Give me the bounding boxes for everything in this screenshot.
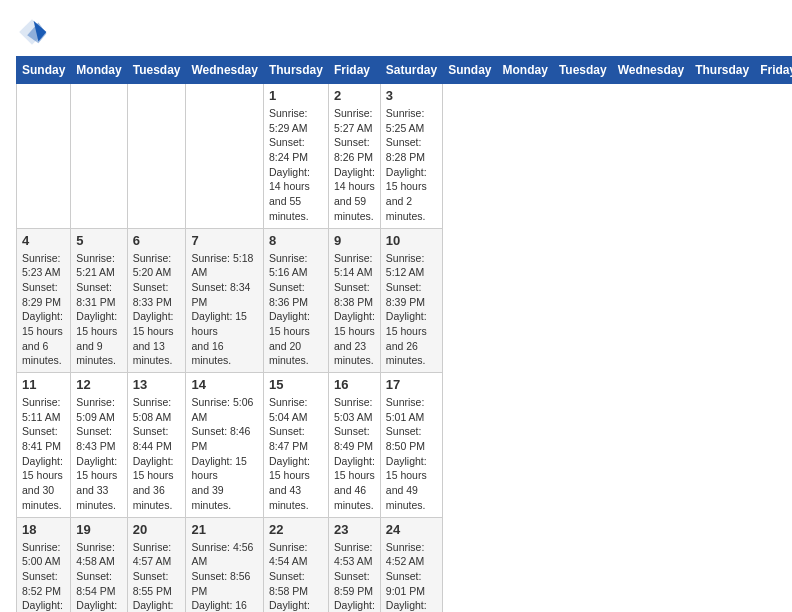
calendar-cell: 7Sunrise: 5:18 AM Sunset: 8:34 PM Daylig… <box>186 228 263 373</box>
day-info: Sunrise: 5:00 AM Sunset: 8:52 PM Dayligh… <box>22 540 65 613</box>
day-number: 8 <box>269 233 323 248</box>
day-number: 2 <box>334 88 375 103</box>
day-info: Sunrise: 4:58 AM Sunset: 8:54 PM Dayligh… <box>76 540 121 613</box>
calendar-cell: 10Sunrise: 5:12 AM Sunset: 8:39 PM Dayli… <box>380 228 442 373</box>
calendar-cell: 19Sunrise: 4:58 AM Sunset: 8:54 PM Dayli… <box>71 517 127 612</box>
day-number: 9 <box>334 233 375 248</box>
col-header-saturday: Saturday <box>380 57 442 84</box>
calendar-header-row: SundayMondayTuesdayWednesdayThursdayFrid… <box>17 57 793 84</box>
calendar-cell: 6Sunrise: 5:20 AM Sunset: 8:33 PM Daylig… <box>127 228 186 373</box>
logo <box>16 16 52 48</box>
day-info: Sunrise: 4:52 AM Sunset: 9:01 PM Dayligh… <box>386 540 437 613</box>
day-number: 19 <box>76 522 121 537</box>
logo-icon <box>16 16 48 48</box>
col-header-friday: Friday <box>755 57 792 84</box>
day-number: 5 <box>76 233 121 248</box>
day-number: 24 <box>386 522 437 537</box>
day-info: Sunrise: 5:06 AM Sunset: 8:46 PM Dayligh… <box>191 395 257 513</box>
day-number: 17 <box>386 377 437 392</box>
calendar-cell: 21Sunrise: 4:56 AM Sunset: 8:56 PM Dayli… <box>186 517 263 612</box>
col-header-monday: Monday <box>497 57 553 84</box>
calendar-cell: 5Sunrise: 5:21 AM Sunset: 8:31 PM Daylig… <box>71 228 127 373</box>
calendar-cell: 17Sunrise: 5:01 AM Sunset: 8:50 PM Dayli… <box>380 373 442 518</box>
day-info: Sunrise: 5:11 AM Sunset: 8:41 PM Dayligh… <box>22 395 65 513</box>
calendar-cell: 22Sunrise: 4:54 AM Sunset: 8:58 PM Dayli… <box>263 517 328 612</box>
day-number: 20 <box>133 522 181 537</box>
day-info: Sunrise: 5:20 AM Sunset: 8:33 PM Dayligh… <box>133 251 181 369</box>
calendar-cell: 1Sunrise: 5:29 AM Sunset: 8:24 PM Daylig… <box>263 84 328 229</box>
calendar-cell <box>17 84 71 229</box>
day-number: 15 <box>269 377 323 392</box>
day-number: 12 <box>76 377 121 392</box>
day-number: 18 <box>22 522 65 537</box>
day-number: 4 <box>22 233 65 248</box>
calendar-cell: 16Sunrise: 5:03 AM Sunset: 8:49 PM Dayli… <box>328 373 380 518</box>
day-info: Sunrise: 5:08 AM Sunset: 8:44 PM Dayligh… <box>133 395 181 513</box>
calendar-table: SundayMondayTuesdayWednesdayThursdayFrid… <box>16 56 792 612</box>
col-header-thursday: Thursday <box>263 57 328 84</box>
day-info: Sunrise: 4:57 AM Sunset: 8:55 PM Dayligh… <box>133 540 181 613</box>
calendar-cell: 9Sunrise: 5:14 AM Sunset: 8:38 PM Daylig… <box>328 228 380 373</box>
day-info: Sunrise: 4:54 AM Sunset: 8:58 PM Dayligh… <box>269 540 323 613</box>
calendar-cell: 14Sunrise: 5:06 AM Sunset: 8:46 PM Dayli… <box>186 373 263 518</box>
calendar-cell: 11Sunrise: 5:11 AM Sunset: 8:41 PM Dayli… <box>17 373 71 518</box>
day-number: 10 <box>386 233 437 248</box>
day-number: 23 <box>334 522 375 537</box>
calendar-cell: 23Sunrise: 4:53 AM Sunset: 8:59 PM Dayli… <box>328 517 380 612</box>
day-info: Sunrise: 5:01 AM Sunset: 8:50 PM Dayligh… <box>386 395 437 513</box>
col-header-thursday: Thursday <box>690 57 755 84</box>
calendar-cell: 13Sunrise: 5:08 AM Sunset: 8:44 PM Dayli… <box>127 373 186 518</box>
calendar-cell: 12Sunrise: 5:09 AM Sunset: 8:43 PM Dayli… <box>71 373 127 518</box>
day-number: 21 <box>191 522 257 537</box>
day-info: Sunrise: 5:03 AM Sunset: 8:49 PM Dayligh… <box>334 395 375 513</box>
day-info: Sunrise: 5:21 AM Sunset: 8:31 PM Dayligh… <box>76 251 121 369</box>
day-number: 16 <box>334 377 375 392</box>
day-info: Sunrise: 5:25 AM Sunset: 8:28 PM Dayligh… <box>386 106 437 224</box>
calendar-cell <box>127 84 186 229</box>
day-info: Sunrise: 5:14 AM Sunset: 8:38 PM Dayligh… <box>334 251 375 369</box>
day-number: 13 <box>133 377 181 392</box>
day-number: 3 <box>386 88 437 103</box>
day-info: Sunrise: 5:18 AM Sunset: 8:34 PM Dayligh… <box>191 251 257 369</box>
calendar-cell: 8Sunrise: 5:16 AM Sunset: 8:36 PM Daylig… <box>263 228 328 373</box>
col-header-monday: Monday <box>71 57 127 84</box>
calendar-week-1: 1Sunrise: 5:29 AM Sunset: 8:24 PM Daylig… <box>17 84 793 229</box>
day-number: 6 <box>133 233 181 248</box>
col-header-sunday: Sunday <box>443 57 497 84</box>
day-number: 1 <box>269 88 323 103</box>
col-header-wednesday: Wednesday <box>612 57 689 84</box>
calendar-cell: 4Sunrise: 5:23 AM Sunset: 8:29 PM Daylig… <box>17 228 71 373</box>
day-number: 11 <box>22 377 65 392</box>
calendar-week-2: 4Sunrise: 5:23 AM Sunset: 8:29 PM Daylig… <box>17 228 793 373</box>
calendar-week-4: 18Sunrise: 5:00 AM Sunset: 8:52 PM Dayli… <box>17 517 793 612</box>
day-info: Sunrise: 5:29 AM Sunset: 8:24 PM Dayligh… <box>269 106 323 224</box>
day-info: Sunrise: 4:56 AM Sunset: 8:56 PM Dayligh… <box>191 540 257 613</box>
calendar-cell: 18Sunrise: 5:00 AM Sunset: 8:52 PM Dayli… <box>17 517 71 612</box>
day-number: 22 <box>269 522 323 537</box>
page-header <box>16 16 776 48</box>
day-info: Sunrise: 5:04 AM Sunset: 8:47 PM Dayligh… <box>269 395 323 513</box>
calendar-cell: 20Sunrise: 4:57 AM Sunset: 8:55 PM Dayli… <box>127 517 186 612</box>
day-info: Sunrise: 5:16 AM Sunset: 8:36 PM Dayligh… <box>269 251 323 369</box>
day-info: Sunrise: 5:23 AM Sunset: 8:29 PM Dayligh… <box>22 251 65 369</box>
col-header-friday: Friday <box>328 57 380 84</box>
day-number: 14 <box>191 377 257 392</box>
col-header-tuesday: Tuesday <box>127 57 186 84</box>
day-info: Sunrise: 5:27 AM Sunset: 8:26 PM Dayligh… <box>334 106 375 224</box>
calendar-cell <box>186 84 263 229</box>
col-header-tuesday: Tuesday <box>553 57 612 84</box>
day-info: Sunrise: 5:12 AM Sunset: 8:39 PM Dayligh… <box>386 251 437 369</box>
col-header-sunday: Sunday <box>17 57 71 84</box>
day-number: 7 <box>191 233 257 248</box>
calendar-cell: 24Sunrise: 4:52 AM Sunset: 9:01 PM Dayli… <box>380 517 442 612</box>
calendar-week-3: 11Sunrise: 5:11 AM Sunset: 8:41 PM Dayli… <box>17 373 793 518</box>
calendar-cell: 3Sunrise: 5:25 AM Sunset: 8:28 PM Daylig… <box>380 84 442 229</box>
calendar-cell <box>71 84 127 229</box>
day-info: Sunrise: 5:09 AM Sunset: 8:43 PM Dayligh… <box>76 395 121 513</box>
calendar-cell: 15Sunrise: 5:04 AM Sunset: 8:47 PM Dayli… <box>263 373 328 518</box>
col-header-wednesday: Wednesday <box>186 57 263 84</box>
day-info: Sunrise: 4:53 AM Sunset: 8:59 PM Dayligh… <box>334 540 375 613</box>
calendar-cell: 2Sunrise: 5:27 AM Sunset: 8:26 PM Daylig… <box>328 84 380 229</box>
